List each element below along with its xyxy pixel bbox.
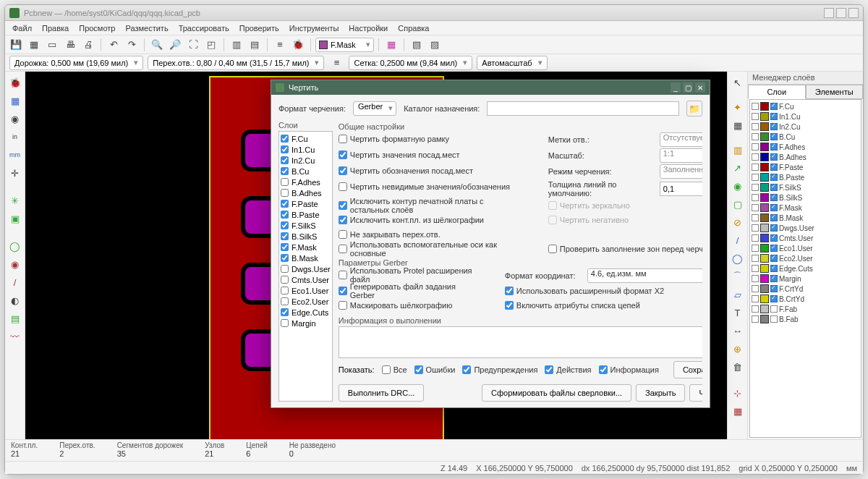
layer-row[interactable]: Cmts.User [752,233,859,243]
drc-icon[interactable]: 🐞 [290,37,306,53]
add-footprint-icon[interactable]: ▥ [730,142,746,158]
netlist-icon[interactable]: ≡ [272,37,288,53]
highlight-net-icon[interactable]: ✦ [730,99,746,115]
output-dir-input[interactable] [487,101,679,116]
chk-exclude-edge[interactable] [339,201,347,210]
chk-show-actions[interactable] [545,365,553,374]
layer-row[interactable]: B.Paste [752,172,859,182]
layer-row[interactable]: In1.Cu [752,111,859,122]
drc-icon-left[interactable]: 🐞 [7,75,23,90]
chk-check-zones[interactable] [548,245,557,253]
sheet-icon[interactable]: ▭ [44,37,60,53]
chk-tent-silk[interactable] [339,301,347,310]
units-mm-icon[interactable]: mm [7,147,23,163]
plot-layer-item[interactable]: B.SilkS [281,231,331,242]
menu-file[interactable]: Файл [8,22,36,34]
plot-button[interactable]: Чертить [689,384,702,402]
place-origin-icon[interactable]: ⊹ [730,385,746,401]
footprint-editor-icon[interactable]: ▥ [229,37,244,53]
track-width-dropdown[interactable]: Дорожка: 0,500 мм (19,69 мил)▾ [9,56,143,70]
zoom-in-icon[interactable]: 🔍 [149,37,165,53]
dialog-close-button[interactable]: ✕ [695,82,705,93]
run-drc-button[interactable]: Выполнить DRC... [339,384,425,402]
plot-layer-item[interactable]: Eco1.User [281,285,331,296]
polar-icon[interactable]: ◉ [7,111,23,127]
plot-layer-item[interactable]: F.Mask [281,242,331,253]
chk-use-aux[interactable] [339,245,347,253]
layers-mgr-icon[interactable]: ▤ [7,310,23,326]
plot-layer-item[interactable]: B.Cu [281,166,331,177]
add-zone-icon[interactable]: ▢ [730,196,746,212]
zoom-fit-icon[interactable]: ⛶ [185,37,201,53]
coord-format-dropdown[interactable]: 4.6, ед.изм. мм [587,268,702,283]
layer-row[interactable]: F.Adhes [752,142,859,152]
layer-row[interactable]: F.Paste [752,162,859,172]
layer-row[interactable]: Edge.Cuts [752,263,859,274]
tab-items[interactable]: Элементы [806,85,864,99]
plot-layer-item[interactable]: In2.Cu [281,155,331,166]
layer-row[interactable]: B.CrtYd [752,294,859,304]
chk-netlist[interactable] [505,301,514,310]
plot-icon[interactable]: 🖨 [80,37,96,53]
color-icon[interactable]: ▨ [427,37,443,53]
layer-row[interactable]: Dwgs.User [752,223,859,233]
board-setup-icon[interactable]: ▦ [26,37,42,53]
chk-protel[interactable] [339,271,347,279]
chk-show-all[interactable] [382,365,391,374]
layer-row[interactable]: B.Mask [752,213,859,223]
layer-list[interactable]: F.CuIn1.CuIn2.CuB.CuF.AdhesB.AdhesF.Past… [749,99,861,438]
chk-exclude-silk-pads[interactable] [339,216,347,224]
minimize-button[interactable] [824,8,834,18]
contrast-icon[interactable]: ◐ [7,292,23,308]
plot-layer-item[interactable]: B.Mask [281,253,331,263]
zoom-out-icon[interactable]: 🔎 [167,37,183,53]
layer-row[interactable]: F.Cu [752,101,859,111]
zoom-dropdown[interactable]: Автомасштаб▾ [477,56,547,70]
zoom-select-icon[interactable]: ◰ [203,37,219,53]
grid-dropdown[interactable]: Сетка: 0,2500 мм (9,84 мил)▾ [349,56,472,70]
footprint-viewer-icon[interactable]: ▤ [247,37,263,53]
plot-layer-item[interactable]: Edge.Cuts [281,307,331,318]
linewidth-input[interactable] [660,182,702,196]
chk-frame[interactable] [339,135,347,143]
plot-layer-item[interactable]: Cmts.User [281,274,331,285]
draw-arc-icon[interactable]: ⌒ [730,268,746,284]
plot-layer-item[interactable]: F.Adhes [281,177,331,187]
plot-layer-item[interactable]: F.Cu [281,133,331,144]
close-button[interactable] [848,8,859,18]
local-ratsnest-icon[interactable]: ▦ [730,117,746,133]
layer-row[interactable]: F.CrtYd [752,284,859,294]
layer-row[interactable]: F.Mask [752,203,859,213]
draw-circle-icon[interactable]: ◯ [730,250,746,266]
browse-button[interactable]: 📁 [686,101,702,116]
layer-row[interactable]: In2.Cu [752,122,859,132]
plot-layers-list[interactable]: F.CuIn1.CuIn2.CuB.CuF.AdhesB.AdhesF.Past… [278,131,333,402]
cursor-shape-icon[interactable]: ✛ [7,165,23,181]
add-text-icon[interactable]: T [730,305,746,321]
draw-line-icon[interactable]: / [730,232,746,248]
track-display-icon[interactable]: / [7,274,23,290]
layer-row[interactable]: F.Fab [752,304,859,314]
plot-layer-item[interactable]: Dwgs.User [281,263,331,274]
undo-icon[interactable]: ↶ [106,37,122,53]
chk-show-info[interactable] [599,365,608,374]
layer-row[interactable]: Margin [752,274,859,284]
print-icon[interactable]: 🖶 [62,37,78,53]
chk-values[interactable] [339,151,347,159]
grid-visible-icon[interactable]: ▦ [7,93,23,109]
layer-row[interactable]: F.SilkS [752,182,859,192]
menu-preferences[interactable]: Настройки [344,22,392,34]
maximize-button[interactable] [836,8,846,18]
scale-dropdown[interactable]: 1:1 [660,148,702,163]
scripting-icon[interactable]: ▦ [383,37,399,53]
plot-layer-item[interactable]: Margin [281,318,331,328]
pair-icon[interactable]: ≡ [328,55,344,71]
layer-row[interactable]: B.Fab [752,314,859,324]
plot-layer-item[interactable]: In1.Cu [281,144,331,155]
route-track-icon[interactable]: ↗ [730,160,746,176]
menu-route[interactable]: Трассировать [174,22,234,34]
plot-layer-item[interactable]: B.Adhes [281,187,331,198]
menu-view[interactable]: Просмотр [75,22,119,34]
add-keepout-icon[interactable]: ⊘ [730,214,746,230]
mode-dropdown[interactable]: Заполненный [660,164,702,179]
